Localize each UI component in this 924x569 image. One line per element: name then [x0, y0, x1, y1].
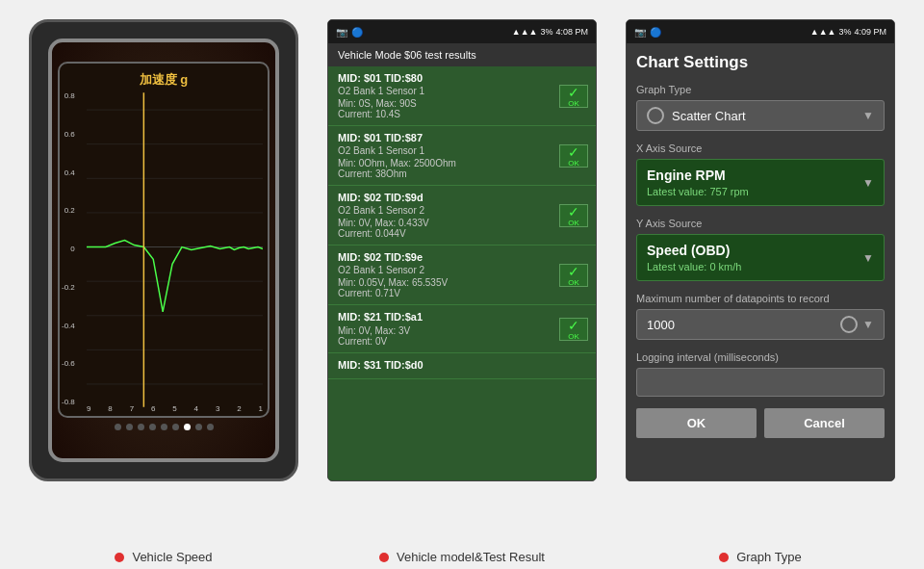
screen1-wrapper: 加速度 g 0.8 0.6 0.4 0.2 0 -0.2 -0.4 -0.6 -… — [29, 19, 298, 540]
caption-1: Vehicle Speed — [29, 550, 298, 564]
x-label-8: 8 — [108, 404, 112, 413]
y-axis-arrow-icon: ▼ — [862, 251, 874, 265]
test-item-1-values: Min: 0S, Max: 90SCurrent: 10.4S — [338, 98, 586, 119]
test-item-4: MID: $02 TID:$9e O2 Bank 1 Sensor 2 Min:… — [328, 246, 596, 305]
x-axis-source-name: Engine RPM — [647, 168, 862, 183]
y-label-3: 0.2 — [64, 207, 75, 215]
battery-text: 3% — [540, 27, 552, 37]
ok-text-1: OK — [568, 99, 579, 108]
dot-6 — [172, 424, 179, 430]
ok-check-4: ✓ — [568, 264, 579, 279]
test-item-4-sub: O2 Bank 1 Sensor 2 — [338, 265, 586, 275]
max-datapoints-arrow-icon: ▼ — [862, 318, 874, 331]
chart-settings-content: Chart Settings Graph Type Scatter Chart … — [627, 43, 894, 480]
logging-interval-label: Logging interval (milliseconds) — [636, 351, 885, 363]
dot-5 — [161, 424, 167, 430]
signal-icon: ▲▲▲ — [512, 27, 538, 37]
caption-dot-2 — [379, 553, 389, 562]
y-label-5: -0.2 — [62, 284, 75, 292]
test-item-5-values: Min: 0V, Max: 3VCurrent: 0V — [338, 325, 586, 347]
ok-check-5: ✓ — [568, 318, 579, 333]
screen2-title: Vehicle Mode $06 test results — [338, 49, 476, 61]
dot-2 — [126, 424, 133, 430]
screen3-status-icon-2: 🔵 — [650, 27, 661, 38]
dot-8 — [195, 424, 202, 430]
x-axis-source-box[interactable]: Engine RPM Latest value: 757 rpm ▼ — [636, 159, 885, 206]
status-icon-2: 🔵 — [351, 27, 363, 38]
test-item-3-header: MID: $02 TID:$9d — [338, 192, 586, 203]
status-bar-left: 📷 🔵 — [336, 27, 363, 38]
test-item-4-header: MID: $02 TID:$9e — [338, 251, 586, 263]
x-label-5: 5 — [172, 404, 176, 413]
dot-9 — [207, 424, 214, 430]
graph-type-label: Graph Type — [636, 84, 885, 95]
test-item-6-header: MID: $31 TID:$d0 — [338, 359, 586, 371]
ok-text-3: OK — [568, 219, 579, 227]
status-icon-1: 📷 — [336, 27, 347, 38]
cancel-button[interactable]: Cancel — [764, 408, 885, 438]
x-label-1: 1 — [259, 404, 263, 413]
x-label-4: 4 — [194, 404, 198, 413]
status-bar-right: ▲▲▲ 3% 4:08 PM — [512, 27, 588, 37]
screen3-status-bar: 📷 🔵 ▲▲▲ 3% 4:09 PM — [627, 20, 894, 43]
y-label-0: 0.8 — [64, 92, 75, 100]
ok-badge-1: ✓ OK — [559, 85, 588, 108]
chart-svg — [87, 91, 263, 409]
x-label-3: 3 — [216, 404, 219, 413]
x-axis-label: X Axis Source — [636, 142, 885, 154]
y-label-7: -0.6 — [62, 360, 75, 368]
caption-3: Graph Type — [626, 550, 895, 564]
test-item-1: MID: $01 TID:$80 O2 Bank 1 Sensor 1 Min:… — [328, 66, 596, 126]
screen3-signal-icon: ▲▲▲ — [810, 27, 836, 37]
graph-type-dropdown[interactable]: Scatter Chart ▼ — [636, 100, 885, 131]
dot-1 — [115, 424, 121, 430]
y-label-8: -0.8 — [62, 399, 75, 406]
y-label-4: 0 — [70, 246, 74, 253]
ok-text-2: OK — [568, 159, 579, 168]
x-axis-source-value: Latest value: 757 rpm — [647, 186, 862, 197]
test-item-2-header: MID: $01 TID:$87 — [338, 132, 586, 143]
test-item-2-sub: O2 Bank 1 Sensor 1 — [338, 145, 586, 156]
y-label-6: -0.4 — [62, 323, 75, 330]
x-axis-source-content: Engine RPM Latest value: 757 rpm — [647, 168, 862, 197]
screen2-title-bar: Vehicle Mode $06 test results — [328, 43, 596, 66]
caption-dot-3 — [719, 553, 729, 562]
test-item-5-header: MID: $21 TID:$a1 — [338, 311, 586, 323]
x-label-6: 6 — [151, 404, 155, 413]
x-axis-labels: 9 8 7 6 5 4 3 2 1 — [87, 404, 263, 413]
ok-check-3: ✓ — [568, 204, 579, 220]
y-axis-source-box[interactable]: Speed (OBD) Latest value: 0 km/h ▼ — [636, 234, 885, 281]
graph-type-radio — [647, 107, 664, 124]
test-results-list[interactable]: MID: $01 TID:$80 O2 Bank 1 Sensor 1 Min:… — [328, 66, 596, 480]
screen3-status-icon-1: 📷 — [634, 27, 646, 38]
dot-4 — [149, 424, 156, 430]
test-item-5: MID: $21 TID:$a1 Min: 0V, Max: 3VCurrent… — [328, 305, 596, 353]
dot-3 — [138, 424, 144, 430]
caption-text-1: Vehicle Speed — [132, 550, 212, 564]
graph-type-value: Scatter Chart — [672, 109, 746, 123]
max-datapoints-input[interactable]: 1000 ▼ — [636, 309, 885, 340]
caption-text-2: Vehicle model&Test Result — [397, 550, 545, 564]
max-datapoints-radio — [840, 316, 858, 333]
ok-text-5: OK — [568, 332, 579, 341]
gauge-container: 加速度 g 0.8 0.6 0.4 0.2 0 -0.2 -0.4 -0.6 -… — [48, 39, 279, 462]
y-label-2: 0.4 — [64, 169, 75, 177]
time-text: 4:08 PM — [555, 27, 588, 37]
ok-badge-4: ✓ OK — [559, 264, 588, 287]
x-label-7: 7 — [130, 404, 134, 413]
test-item-2: MID: $01 TID:$87 O2 Bank 1 Sensor 1 Min:… — [328, 126, 596, 186]
ok-button[interactable]: OK — [636, 408, 757, 438]
test-item-1-sub: O2 Bank 1 Sensor 1 — [338, 86, 586, 96]
test-item-3: MID: $02 TID:$9d O2 Bank 1 Sensor 2 Min:… — [328, 186, 596, 246]
screen3-phone: 📷 🔵 ▲▲▲ 3% 4:09 PM Chart Settings Graph … — [626, 19, 895, 481]
screen3-time-text: 4:09 PM — [854, 27, 886, 37]
max-datapoints-label: Maximum number of datapoints to record — [636, 293, 885, 304]
graph-type-arrow-icon: ▼ — [862, 109, 874, 122]
y-axis-label: Y Axis Source — [636, 218, 885, 229]
caption-text-3: Graph Type — [736, 550, 802, 564]
screen2-wrapper: 📷 🔵 ▲▲▲ 3% 4:08 PM Vehicle Mode $06 test… — [327, 19, 597, 540]
screen3-status-bar-right: ▲▲▲ 3% 4:09 PM — [810, 27, 886, 37]
logging-interval-input[interactable] — [636, 368, 885, 397]
chart-settings-title: Chart Settings — [636, 53, 885, 72]
y-axis-labels: 0.8 0.6 0.4 0.2 0 -0.2 -0.4 -0.6 -0.8 — [62, 92, 75, 406]
